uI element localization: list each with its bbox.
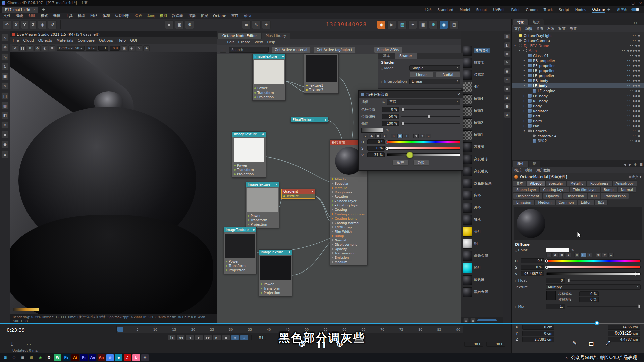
port-dot-icon[interactable] [332,183,333,184]
kernel-dropdown[interactable]: PT ▾ [86,46,97,51]
port-dot-icon[interactable] [332,200,333,202]
object-name[interactable]: 管道2 [538,139,547,143]
start-button[interactable]: ⊞ [2,354,9,361]
port-dot-icon[interactable] [248,224,249,225]
focus-icon[interactable]: ⊕ [143,45,150,51]
channel-tab[interactable]: Opacity [543,193,562,199]
material-item[interactable]: 浅色的金属 [461,177,503,189]
object-name[interactable]: LB_body [533,94,548,98]
custom-dropdown[interactable]: 自定义 ▾ [629,175,641,179]
port-dot-icon[interactable] [332,226,333,228]
material-thumbnail[interactable] [463,106,472,116]
channel-value-field[interactable]: 95.4687 % [521,271,544,276]
object-tree-row[interactable]: ▸ Body •• ●●● [512,103,644,108]
slider-marker[interactable] [386,140,389,143]
channel-slider[interactable] [387,147,460,150]
cancel-button[interactable]: 取消 [413,160,429,166]
menu-item[interactable]: 标签 [558,26,566,31]
material-port[interactable]: Opacity [330,247,367,251]
object-tree-row[interactable]: ▸ Pan •• ●●● [512,123,644,128]
rotate-icon[interactable]: ↻ [1,63,9,70]
material-port[interactable]: Coating normal [330,221,367,225]
after-effects-icon[interactable]: Ae [89,354,96,361]
node-header[interactable]: ImageTexture [253,54,285,59]
port-dot-icon[interactable] [234,173,236,175]
wechat-icon[interactable]: W [54,354,61,361]
output-port-icon[interactable] [262,133,264,135]
material-port[interactable]: Film Width [330,229,367,234]
material-thumbnail[interactable] [463,239,472,249]
channel-tab[interactable]: Roughness [587,180,612,186]
node-port[interactable]: Projection [224,268,256,273]
float-field[interactable]: 0 [546,278,565,283]
port-dot-icon[interactable] [332,213,333,215]
material-port[interactable]: Normal [330,238,367,242]
back-icon[interactable]: ◀ [624,163,626,166]
expand-arrow-icon[interactable]: ▾ [524,129,527,132]
material-thumbnail[interactable] [463,118,472,128]
menu-item[interactable]: 对象 [547,26,554,31]
undo-icon[interactable]: ↶ [3,20,11,29]
mograph-button[interactable]: ✦ [262,20,271,29]
object-tags[interactable]: •• ● [632,39,644,42]
texture-mode-icon[interactable]: ▦ [1,102,9,109]
menu-item[interactable]: Edit [227,40,234,44]
material-thumbnail[interactable] [463,155,472,164]
channel-tab[interactable]: Emission [513,199,535,205]
material-item[interactable]: 黑色金属 [461,286,503,298]
pause-icon[interactable]: ❚❚ [19,45,26,51]
material-item[interactable]: 散热器 [461,274,503,286]
object-tree-row[interactable]: ▾ Main •• ●●●●● [512,48,644,53]
object-name[interactable]: Radiator [533,109,548,113]
color-wheel-icon[interactable]: ● [553,253,558,257]
node-header[interactable]: ImageTexture [259,250,292,255]
material-port[interactable]: Coating [330,207,367,212]
mix-field[interactable]: 1. [546,304,565,309]
video-progress-knob[interactable] [595,321,599,325]
layout-item[interactable]: Script [558,7,569,12]
menu-item[interactable]: 扩展 [201,13,208,18]
material-item[interactable]: 玻璃2 [461,117,503,129]
node-port[interactable]: Texture1 [304,83,338,88]
menu-item[interactable]: 运动图形 [115,13,130,18]
menu-item[interactable]: View [255,40,263,44]
coord-system-icon[interactable]: ◉ [38,20,47,29]
menu-item[interactable]: 帮助 [244,13,251,18]
ok-button[interactable]: 确定 [392,160,409,166]
port-dot-icon[interactable] [248,219,249,221]
expand-arrow-icon[interactable]: ▸ [524,74,527,77]
object-tags[interactable]: •• ●●● [627,125,644,127]
material-port[interactable]: Coating roughness [330,212,367,216]
port-dot-icon[interactable] [332,231,333,232]
video-progress-bar[interactable] [0,323,644,324]
port-dot-icon[interactable] [234,169,236,171]
material-item[interactable]: 黄灯 [461,226,503,238]
rgb-mode-button[interactable]: R [574,253,580,257]
rgb-mode-button[interactable]: R [391,134,396,138]
axis-z-button[interactable]: Z [30,20,37,29]
axis-y-button[interactable]: Y [21,20,28,29]
temp-mode-button[interactable]: T [587,253,592,257]
panel-tab[interactable]: 对象 [513,19,528,25]
material-port[interactable]: Bump [330,234,367,238]
material-thumbnail[interactable] [463,94,472,104]
toggle-button[interactable]: Radial [436,72,460,77]
color-swatch[interactable] [546,248,569,252]
settings-icon[interactable]: ⚙ [634,163,637,166]
image-texture-node[interactable]: ImageTexture PowerTransformProjection [259,249,292,296]
qq-icon[interactable]: Q [45,354,53,361]
color-box-icon[interactable]: ■ [375,134,381,138]
port-dot-icon[interactable] [332,257,333,258]
port-dot-icon[interactable] [332,187,333,189]
parameter-slider[interactable] [401,123,460,124]
add-layout-button[interactable]: + [607,7,610,12]
menu-item[interactable]: 编辑 [16,13,23,18]
menu-item[interactable]: 体积 [103,13,110,18]
port-dot-icon[interactable] [234,165,236,166]
object-tree-row[interactable]: camera2.4 •• ● [512,133,644,138]
spectrum-icon[interactable]: ◨ [413,134,419,138]
object-tree-row[interactable]: Batt •• ●●● [512,113,644,118]
image-texture-node[interactable]: ImageTexture PowerTransformProjection [232,131,266,178]
model-mode-icon[interactable]: ◫ [1,92,9,100]
pause-button[interactable]: ❚❚ [317,341,327,348]
